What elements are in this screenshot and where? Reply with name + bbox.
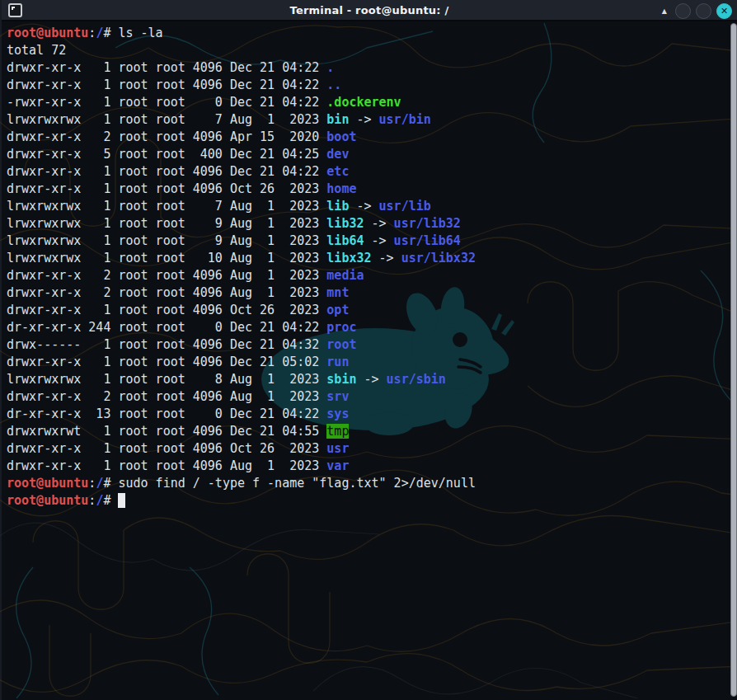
terminal-line: drwxr-xr-x 2 root root 4096 Aug 1 2023 m…: [7, 267, 727, 284]
file-name: sbin: [326, 372, 356, 387]
file-name: lib32: [326, 216, 364, 231]
terminal-line: -rwxr-xr-x 1 root root 0 Dec 21 04:22 .d…: [7, 94, 727, 111]
file-name: run: [326, 355, 349, 369]
file-name: .: [326, 60, 334, 75]
file-name: var: [326, 458, 349, 473]
close-button[interactable]: ✕: [716, 3, 732, 19]
terminal-line: dr-xr-xr-x 244 root root 0 Dec 21 04:22 …: [7, 319, 727, 336]
file-name: srv: [326, 389, 349, 404]
file-name: media: [326, 268, 364, 283]
file-name: etc: [326, 164, 349, 179]
terminal-line: total 72: [7, 42, 727, 59]
terminal-line: drwxrwxrwt 1 root root 4096 Dec 21 04:55…: [7, 423, 727, 440]
terminal-line: drwxr-xr-x 1 root root 4096 Dec 21 04:22…: [7, 59, 727, 77]
file-name: ..: [326, 78, 341, 92]
terminal-line: drwxr-xr-x 1 root root 4096 Oct 26 2023 …: [7, 181, 727, 198]
terminal-line: dr-xr-xr-x 13 root root 0 Dec 21 04:22 s…: [7, 406, 727, 423]
terminal-content[interactable]: root@ubuntu:/# ls -latotal 72drwxr-xr-x …: [2, 21, 737, 698]
terminal-line: drwxr-xr-x 2 root root 4096 Aug 1 2023 m…: [7, 284, 727, 302]
file-name: boot: [326, 129, 356, 144]
terminal-line: drwxr-xr-x 1 root root 4096 Dec 21 04:22…: [7, 163, 727, 181]
file-name: lib: [326, 199, 349, 214]
file-name: opt: [326, 303, 349, 317]
file-name: proc: [326, 320, 356, 335]
terminal-line: drwxr-xr-x 1 root root 4096 Dec 21 05:02…: [7, 354, 727, 371]
file-name: mnt: [326, 285, 349, 300]
terminal-line: drwxr-xr-x 2 root root 4096 Aug 1 2023 s…: [7, 388, 727, 406]
terminal-line: drwx------ 1 root root 4096 Dec 21 04:32…: [7, 336, 727, 354]
file-name: .dockerenv: [326, 95, 401, 110]
maximize-button[interactable]: [696, 3, 711, 19]
window-title: Terminal - root@ubuntu: /: [2, 4, 737, 16]
file-name: libx32: [326, 251, 371, 265]
terminal-line: drwxr-xr-x 1 root root 4096 Oct 26 2023 …: [7, 440, 727, 458]
terminal-line: drwxr-xr-x 1 root root 4096 Dec 21 04:22…: [7, 77, 727, 94]
file-name: bin: [326, 112, 349, 127]
shade-icon[interactable]: ▲: [662, 7, 667, 15]
terminal-line: drwxr-xr-x 5 root root 400 Dec 21 04:25 …: [7, 146, 727, 163]
terminal-line: root@ubuntu:/# ls -la: [7, 25, 727, 42]
titlebar[interactable]: Terminal - root@ubuntu: / ▲ ✕: [2, 0, 737, 21]
terminal-line: lrwxrwxrwx 1 root root 10 Aug 1 2023 lib…: [7, 250, 727, 267]
terminal-line: lrwxrwxrwx 1 root root 9 Aug 1 2023 lib6…: [7, 233, 727, 250]
file-name: home: [326, 181, 356, 196]
terminal-line: lrwxrwxrwx 1 root root 9 Aug 1 2023 lib3…: [7, 215, 727, 233]
terminal-line: lrwxrwxrwx 1 root root 7 Aug 1 2023 bin …: [7, 111, 727, 129]
window-controls: ▲ ✕: [662, 0, 732, 21]
terminal-app-icon: [8, 3, 22, 17]
file-name: tmp: [326, 424, 349, 439]
terminal-line: root@ubuntu:/#: [7, 492, 727, 510]
file-name: sys: [326, 406, 349, 421]
terminal-line: lrwxrwxrwx 1 root root 7 Aug 1 2023 lib …: [7, 198, 727, 215]
terminal-line: drwxr-xr-x 2 root root 4096 Apr 15 2020 …: [7, 129, 727, 146]
file-name: root: [326, 337, 356, 352]
file-name: lib64: [326, 233, 364, 248]
terminal-line: lrwxrwxrwx 1 root root 8 Aug 1 2023 sbin…: [7, 371, 727, 388]
close-icon: ✕: [721, 6, 728, 16]
minimize-button[interactable]: [675, 3, 691, 19]
scrollbar-thumb[interactable]: [730, 23, 737, 697]
terminal-line: drwxr-xr-x 1 root root 4096 Aug 1 2023 v…: [7, 458, 727, 475]
scrollbar[interactable]: [730, 23, 737, 697]
terminal-output: root@ubuntu:/# ls -latotal 72drwxr-xr-x …: [2, 21, 737, 510]
text-cursor: [118, 493, 125, 508]
terminal-line: root@ubuntu:/# sudo find / -type f -name…: [7, 475, 727, 492]
terminal-line: drwxr-xr-x 1 root root 4096 Oct 26 2023 …: [7, 302, 727, 319]
terminal-window: Terminal - root@ubuntu: / ▲ ✕: [0, 0, 737, 700]
file-name: dev: [326, 147, 349, 162]
file-name: usr: [326, 441, 349, 456]
